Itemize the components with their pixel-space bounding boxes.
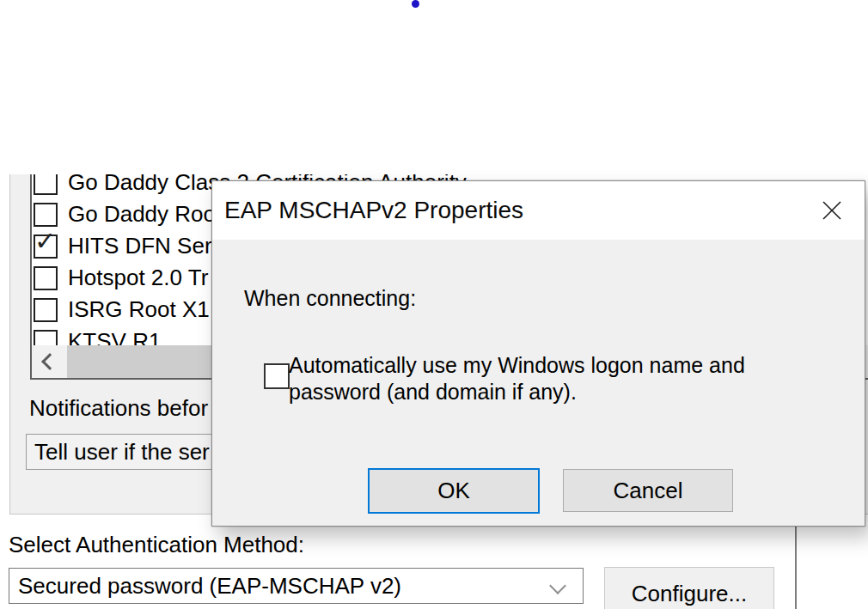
chevron-left-icon <box>41 353 58 370</box>
auth-method-label: Select Authentication Method: <box>9 532 304 558</box>
window-right-edge <box>795 526 797 609</box>
scroll-left-button[interactable] <box>32 345 64 378</box>
cert-list-item[interactable]: ✓ HITS DFN Serv <box>34 230 223 262</box>
when-connecting-label: When connecting: <box>244 286 416 311</box>
cert-label: Go Daddy Roo <box>68 201 216 228</box>
auto-logon-checkbox[interactable] <box>264 363 290 389</box>
ok-button-label: OK <box>437 478 470 504</box>
cert-checkbox-unchecked[interactable] <box>34 298 58 322</box>
configure-button[interactable]: Configure... <box>604 567 774 609</box>
close-button[interactable] <box>811 190 853 231</box>
chevron-down-icon <box>549 577 566 594</box>
auth-method-dropdown-value: Secured password (EAP-MSCHAP v2) <box>18 573 401 600</box>
cert-checkbox-unchecked[interactable] <box>34 266 58 290</box>
auto-logon-checkbox-label[interactable]: Automatically use my Windows logon name … <box>289 352 826 405</box>
eap-mschapv2-properties-dialog: EAP MSCHAPv2 Properties When connecting:… <box>211 180 865 527</box>
dialog-titlebar[interactable]: EAP MSCHAPv2 Properties <box>212 181 865 240</box>
cert-checkbox-checked[interactable]: ✓ <box>34 234 58 259</box>
cert-checkbox-unchecked[interactable] <box>34 203 58 227</box>
cancel-button-label: Cancel <box>614 478 683 504</box>
notifications-combobox-value: Tell user if the ser <box>34 439 210 466</box>
cert-list-item[interactable]: Go Daddy Roo <box>34 198 216 230</box>
configure-button-label: Configure... <box>632 581 747 607</box>
checkmark-icon: ✓ <box>34 228 56 254</box>
notifications-label: Notifications befor <box>29 395 208 422</box>
ok-button[interactable]: OK <box>368 468 540 514</box>
cert-label: Hotspot 2.0 Tr <box>68 265 208 291</box>
cert-list-item[interactable]: ISRG Root X1 <box>34 294 210 326</box>
cert-label: ISRG Root X1 <box>68 296 210 323</box>
auth-method-dropdown[interactable]: Secured password (EAP-MSCHAP v2) <box>9 568 584 604</box>
cert-label: HITS DFN Serv <box>68 233 223 259</box>
cancel-button[interactable]: Cancel <box>563 469 733 512</box>
close-icon <box>821 199 843 222</box>
dialog-title: EAP MSCHAPv2 Properties <box>224 181 523 240</box>
crop-whitespace <box>0 0 868 174</box>
screenshot-root: Go Daddy Class 2 Certification Authority… <box>0 0 868 609</box>
cert-list-item[interactable]: Hotspot 2.0 Tr <box>34 262 208 294</box>
cursor-marker-dot <box>412 0 419 8</box>
